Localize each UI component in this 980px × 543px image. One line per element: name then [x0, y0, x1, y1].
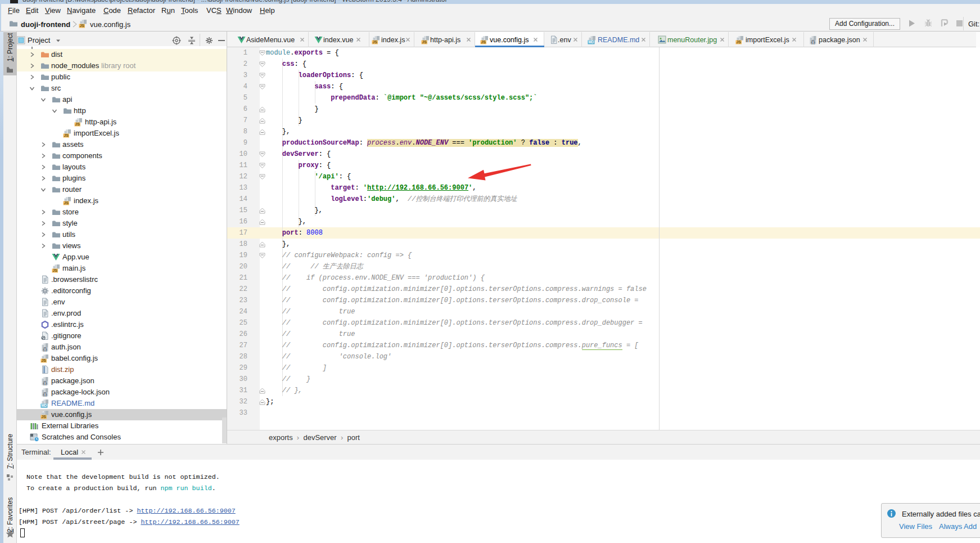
- svg-text:{}: {}: [811, 39, 815, 44]
- svg-text:{}: {}: [43, 392, 47, 397]
- svg-text:JS: JS: [41, 415, 46, 419]
- svg-text:JS: JS: [736, 40, 741, 44]
- svg-text:JS: JS: [52, 268, 57, 272]
- svg-text:JS: JS: [372, 40, 377, 44]
- svg-text:JS: JS: [79, 24, 84, 28]
- svg-text:MD: MD: [588, 40, 594, 44]
- svg-text:JS: JS: [64, 201, 69, 205]
- svg-text:{}: {}: [43, 380, 47, 385]
- svg-text:{}: {}: [43, 347, 47, 352]
- svg-text:JS: JS: [422, 40, 427, 44]
- svg-text:MD: MD: [41, 403, 47, 407]
- svg-text:JS: JS: [41, 358, 46, 362]
- svg-text:JS: JS: [64, 133, 69, 137]
- svg-text:JS: JS: [75, 122, 80, 126]
- svg-text:JS: JS: [481, 40, 486, 44]
